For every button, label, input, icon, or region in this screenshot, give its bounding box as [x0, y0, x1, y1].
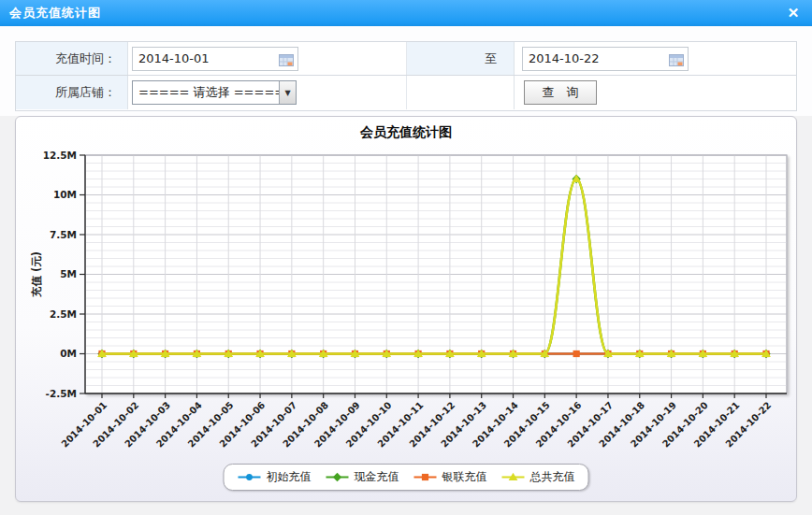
shop-label-cell: 所属店铺：: [16, 76, 128, 109]
to-label: 至: [485, 50, 497, 67]
legend-item-initial-recharge[interactable]: 初始充值: [238, 469, 312, 485]
legend-label: 总共充值: [530, 469, 575, 485]
to-label-cell: 至: [407, 42, 515, 75]
legend-item-unionpay-recharge[interactable]: 银联充值: [413, 469, 487, 485]
close-icon[interactable]: ✕: [785, 5, 802, 21]
svg-text:-2.5M: -2.5M: [46, 388, 77, 399]
query-button[interactable]: 查 询: [524, 80, 597, 105]
window-titlebar: 会员充值统计图 ✕: [0, 0, 812, 26]
from-date-cell: [128, 42, 407, 75]
legend-label: 银联充值: [442, 469, 487, 485]
svg-text:0M: 0M: [60, 348, 77, 359]
svg-text:10M: 10M: [53, 189, 77, 200]
filter-row-dates: 充值时间： 至: [16, 42, 796, 76]
chart-panel: 会员充值统计图 12.5M10M7.5M5M2.5M0M-2.5M2014-10…: [15, 116, 797, 502]
shop-select-cell: ===== 请选择 ===== ▼: [128, 76, 407, 109]
from-date-input[interactable]: [132, 47, 298, 71]
filter-table: 充值时间： 至: [15, 41, 797, 111]
shop-select[interactable]: ===== 请选择 ===== ▼: [132, 80, 297, 105]
legend-label: 现金充值: [355, 469, 399, 485]
svg-text:充值 (元): 充值 (元): [30, 251, 43, 298]
circle-icon: [238, 471, 262, 483]
empty-cell: [407, 76, 515, 109]
filter-row-shop: 所属店铺： ===== 请选择 ===== ▼ 查 询: [16, 76, 796, 109]
diamond-icon: [326, 471, 350, 483]
svg-text:7.5M: 7.5M: [50, 229, 77, 240]
calendar-icon[interactable]: [669, 52, 684, 70]
recharge-chart: 12.5M10M7.5M5M2.5M0M-2.5M2014-10-012014-…: [16, 117, 796, 501]
shop-select-value: ===== 请选择 =====: [133, 84, 279, 101]
chevron-down-icon[interactable]: ▼: [279, 81, 296, 104]
legend-label: 初始充值: [267, 469, 312, 485]
shop-label: 所属店铺：: [55, 84, 116, 101]
window-title: 会员充值统计图: [9, 0, 101, 26]
svg-text:5M: 5M: [60, 268, 77, 279]
triangle-icon: [501, 471, 526, 483]
to-date-input[interactable]: [522, 47, 689, 71]
square-icon: [413, 471, 438, 483]
chart-legend: 初始充值现金充值银联充值总共充值: [224, 464, 589, 491]
recharge-time-label: 充值时间：: [55, 50, 116, 67]
query-cell: 查 询: [515, 76, 796, 109]
to-date-cell: [515, 42, 796, 75]
recharge-time-label-cell: 充值时间：: [16, 42, 128, 75]
svg-text:2.5M: 2.5M: [50, 308, 77, 320]
legend-item-cash-recharge[interactable]: 现金充值: [326, 469, 399, 485]
calendar-icon[interactable]: [279, 52, 294, 70]
legend-item-total-recharge[interactable]: 总共充值: [501, 469, 575, 485]
svg-text:12.5M: 12.5M: [43, 150, 77, 161]
